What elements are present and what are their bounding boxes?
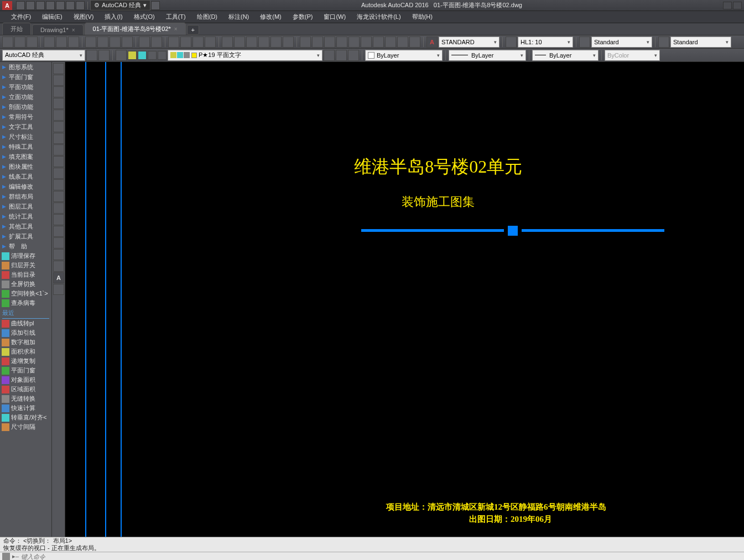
recent-item-7[interactable]: 区域面积 <box>0 385 51 394</box>
util-item-5[interactable]: 查杀病毒 <box>0 298 51 308</box>
tool-mleaderstyle-icon[interactable] <box>658 37 669 48</box>
tool-calc-icon[interactable] <box>283 37 294 48</box>
tool-dimstyle-icon[interactable] <box>506 37 517 48</box>
tool-point-icon[interactable] <box>53 214 64 225</box>
close-icon[interactable]: × <box>72 27 75 33</box>
tool-circle-icon[interactable] <box>53 133 64 144</box>
recent-item-4[interactable]: 递增复制 <box>0 356 51 366</box>
util-item-1[interactable]: 归层开关 <box>0 261 51 270</box>
palette-group-6[interactable]: ▶文字工具 <box>0 122 51 132</box>
add-tab-button[interactable]: + <box>187 25 199 35</box>
tool-undo-icon[interactable] <box>139 37 150 48</box>
palette-group-8[interactable]: ▶特殊工具 <box>0 142 51 152</box>
tool-dim-baseline-icon[interactable] <box>397 37 408 48</box>
palette-group-10[interactable]: ▶图块属性 <box>0 162 51 172</box>
tool-ellipse-icon[interactable] <box>53 168 64 179</box>
qat-redo-icon[interactable] <box>76 1 85 10</box>
tool-match-icon[interactable] <box>122 37 133 48</box>
tool-revcloud-icon[interactable] <box>53 144 64 155</box>
util-item-2[interactable]: 当前目录 <box>0 270 51 279</box>
close-icon[interactable]: × <box>174 26 178 32</box>
tool-arc-icon[interactable] <box>53 121 64 132</box>
tool-dim-aligned-icon[interactable] <box>312 37 323 48</box>
tool-zoom-prev-icon[interactable] <box>205 37 216 48</box>
recent-item-1[interactable]: 添加引线 <box>0 328 51 338</box>
textstyle-combo[interactable]: STANDARD▾ <box>439 37 500 48</box>
app-logo-icon[interactable]: A <box>2 1 12 10</box>
dimstyle-combo[interactable]: HL1: 10▾ <box>518 37 573 48</box>
palette-group-13[interactable]: ▶群组布局 <box>0 191 51 201</box>
tool-markup-icon[interactable] <box>270 37 282 48</box>
tool-preview-icon[interactable] <box>56 37 67 48</box>
layer-plot-icon[interactable] <box>158 51 167 60</box>
tool-designcenter-icon[interactable] <box>234 37 245 48</box>
tool-layer-state-icon[interactable] <box>348 50 359 61</box>
tool-dim-ordinate-icon[interactable] <box>336 37 347 48</box>
tool-toolpalette-icon[interactable] <box>246 37 257 48</box>
tool-paste-icon[interactable] <box>110 37 121 48</box>
tool-spline-icon[interactable] <box>53 156 64 167</box>
palette-group-3[interactable]: ▶立面功能 <box>0 92 51 102</box>
palette-group-14[interactable]: ▶图层工具 <box>0 201 51 211</box>
tool-ws-settings-icon[interactable] <box>86 50 97 61</box>
menu-hailong[interactable]: 海龙设计软件(L) <box>351 12 406 22</box>
recent-item-5[interactable]: 平面门窗 <box>0 366 51 375</box>
tool-publish-icon[interactable] <box>68 37 79 48</box>
palette-group-12[interactable]: ▶编辑修改 <box>0 182 51 191</box>
minimize-button[interactable] <box>723 2 732 9</box>
menu-help[interactable]: 帮助(H) <box>407 12 438 22</box>
menu-insert[interactable]: 插入(I) <box>99 12 128 22</box>
tool-plot-icon[interactable] <box>44 37 55 48</box>
qat-saveas-icon[interactable] <box>46 1 55 10</box>
menu-format[interactable]: 格式(O) <box>128 12 160 22</box>
tool-cut-icon[interactable] <box>85 37 96 48</box>
tool-gradient-icon[interactable] <box>53 237 64 248</box>
tool-redo-icon[interactable] <box>151 37 162 48</box>
tool-polyline-icon[interactable] <box>53 86 64 97</box>
tool-dim-continue-icon[interactable] <box>409 37 420 48</box>
maximize-button[interactable] <box>733 2 742 9</box>
tab-start[interactable]: 开始 <box>2 23 31 35</box>
workspace-selector[interactable]: ⚙ AutoCAD 经典 ▾ <box>90 0 150 11</box>
drawing-canvas[interactable]: 维港半岛8号楼02单元 装饰施工图集 项目地址：清远市清城区新城12号区静福路6… <box>65 62 744 537</box>
palette-group-9[interactable]: ▶填充图案 <box>0 152 51 162</box>
tool-zoom-icon[interactable] <box>180 37 191 48</box>
menu-dimension[interactable]: 标注(N) <box>223 12 254 22</box>
tool-dim-angular-icon[interactable] <box>373 37 384 48</box>
qat-print-icon[interactable] <box>56 1 65 10</box>
command-input[interactable] <box>21 553 744 560</box>
layer-freeze-icon[interactable] <box>138 51 147 60</box>
recent-item-11[interactable]: 尺寸间隔 <box>0 422 51 432</box>
util-item-0[interactable]: 清理保存 <box>0 251 51 261</box>
tablestyle-combo[interactable]: Standard▾ <box>591 37 652 48</box>
tool-layer-make-icon[interactable] <box>324 50 335 61</box>
qat-new-icon[interactable] <box>16 1 25 10</box>
menu-file[interactable]: 文件(F) <box>6 12 37 22</box>
tool-tablestyle-icon[interactable] <box>579 37 590 48</box>
recent-item-8[interactable]: 无缝转换 <box>0 394 51 403</box>
palette-group-4[interactable]: ▶剖面功能 <box>0 102 51 112</box>
linetype-combo[interactable]: ByLayer▾ <box>449 50 526 61</box>
tool-properties-icon[interactable] <box>222 37 233 48</box>
menu-view[interactable]: 视图(V) <box>68 12 100 22</box>
tool-insert-icon[interactable] <box>53 191 64 202</box>
tab-current-drawing[interactable]: 01-平面图-维港半岛8号楼02*× <box>85 23 186 35</box>
menu-parametric[interactable]: 参数(P) <box>287 12 319 22</box>
tool-rectangle-icon[interactable] <box>53 110 64 121</box>
recent-item-3[interactable]: 面积求和 <box>0 347 51 356</box>
palette-group-18[interactable]: ▶帮 助 <box>0 241 51 251</box>
palette-group-2[interactable]: ▶平面功能 <box>0 82 51 92</box>
menu-modify[interactable]: 修改(M) <box>254 12 287 22</box>
tool-xline-icon[interactable] <box>53 75 64 86</box>
recent-item-10[interactable]: 转垂直/对齐< <box>0 413 51 422</box>
menu-draw[interactable]: 绘图(D) <box>191 12 223 22</box>
tool-save-icon[interactable] <box>27 37 38 48</box>
tool-dim-arc-icon[interactable] <box>324 37 335 48</box>
tab-drawing1[interactable]: Drawing1*× <box>32 24 84 35</box>
tool-polygon-icon[interactable] <box>53 98 64 109</box>
qat-dropdown-icon[interactable] <box>151 1 160 10</box>
qat-save-icon[interactable] <box>36 1 45 10</box>
tool-pan-icon[interactable] <box>168 37 179 48</box>
palette-group-0[interactable]: ▶图形系统 <box>0 62 51 72</box>
tool-dim-quick-icon[interactable] <box>385 37 396 48</box>
